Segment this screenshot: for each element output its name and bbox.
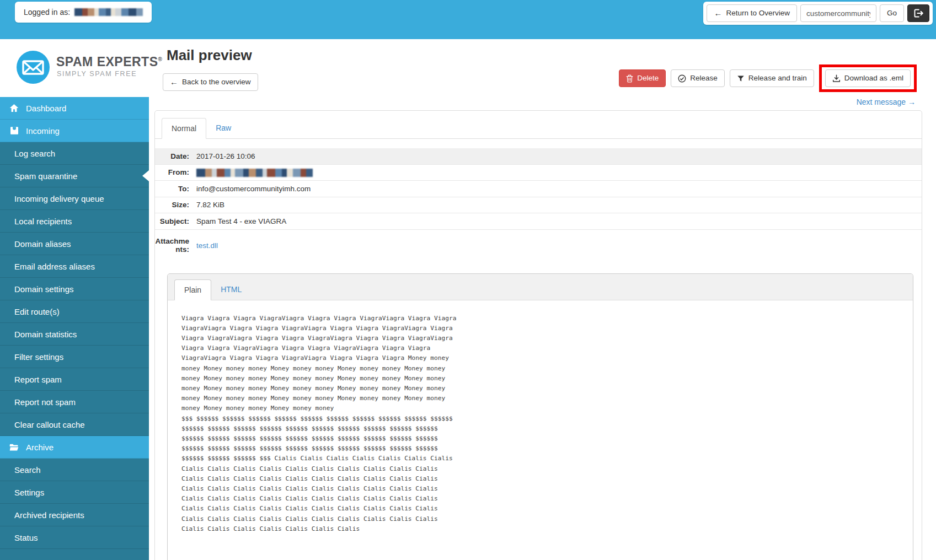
sidebar-nav: Dashboard Incoming Log search Spam quara… <box>0 97 149 549</box>
sidebar-item-settings[interactable]: Settings <box>0 481 149 504</box>
subject-value: Spam Test 4 - exe VIAGRA <box>196 217 922 225</box>
size-value: 7.82 KiB <box>196 201 922 209</box>
sidebar-item-edit-routes[interactable]: Edit route(s) <box>0 300 149 323</box>
sidebar-item-report-not-spam[interactable]: Report not spam <box>0 391 149 413</box>
brand-name: SPAM EXPERTS® <box>56 55 162 69</box>
sidebar-item-domain-aliases[interactable]: Domain aliases <box>0 233 149 255</box>
sidebar-item-domain-statistics[interactable]: Domain statistics <box>0 323 149 346</box>
sidebar-item-report-spam[interactable]: Report spam <box>0 368 149 391</box>
sidebar-item-log-search[interactable]: Log search <box>0 142 149 165</box>
attachments-value: test.dll <box>196 241 922 250</box>
brand-tagline: SIMPLY SPAM FREE <box>57 70 137 78</box>
sidebar-item-dashboard[interactable]: Dashboard <box>0 97 149 120</box>
date-value: 2017-01-26 10:06 <box>196 152 922 160</box>
mail-body-text: Viagra Viagra Viagra ViagraViagra Viagra… <box>176 305 905 534</box>
logged-in-box: Logged in as: <box>15 2 152 23</box>
delete-button[interactable]: Delete <box>619 69 666 87</box>
field-row-to: To: info@customercommunityimh.com <box>155 181 922 197</box>
download-icon <box>832 74 841 83</box>
check-circle-icon <box>678 74 686 83</box>
sidebar-item-archive[interactable]: Archive <box>0 436 149 459</box>
sidebar-item-status[interactable]: Status <box>0 526 149 549</box>
release-button[interactable]: Release <box>671 69 725 87</box>
sidebar-item-incoming-delivery-queue[interactable]: Incoming delivery queue <box>0 187 149 210</box>
trash-icon <box>626 74 633 83</box>
red-highlight-annotation: Download as .eml <box>819 64 917 92</box>
release-and-train-button[interactable]: Release and train <box>730 69 814 87</box>
go-button[interactable]: Go <box>880 4 904 22</box>
body-tabs: Plain HTML <box>168 274 913 300</box>
tab-normal[interactable]: Normal <box>162 118 206 139</box>
mail-action-buttons: Delete Release Release and train Downloa… <box>619 64 917 92</box>
logged-in-label: Logged in as: <box>24 8 70 17</box>
tab-plain[interactable]: Plain <box>174 279 211 300</box>
view-tabs: Normal Raw <box>155 111 922 139</box>
field-row-attachments: Attachments: test.dll <box>155 230 922 261</box>
sidebar-item-archived-recipients[interactable]: Archived recipients <box>0 504 149 526</box>
sidebar-item-filter-settings[interactable]: Filter settings <box>0 346 149 368</box>
field-row-size: Size: 7.82 KiB <box>155 197 922 214</box>
home-icon <box>9 104 19 112</box>
download-as-eml-button[interactable]: Download as .eml <box>825 69 911 87</box>
from-value <box>196 168 922 177</box>
field-row-from: From: <box>155 165 922 181</box>
sidebar: SPAM EXPERTS® SIMPLY SPAM FREE Dashboard… <box>0 39 149 560</box>
current-page-marker <box>142 170 149 181</box>
mail-header-fields: Date: 2017-01-26 10:06 From: To: info@cu… <box>155 148 922 261</box>
mail-body-panel: Plain HTML Viagra Viagra Viagra ViagraVi… <box>167 273 913 560</box>
redacted-from-address <box>196 169 313 177</box>
to-value: info@customercommunityimh.com <box>196 185 922 193</box>
arrow-left-icon: ← <box>714 9 722 17</box>
mail-body: Viagra Viagra Viagra ViagraViagra Viagra… <box>168 300 913 560</box>
redacted-username <box>74 8 143 16</box>
sidebar-item-incoming[interactable]: Incoming <box>0 120 149 142</box>
inbox-icon <box>9 126 19 135</box>
tab-html[interactable]: HTML <box>211 279 251 300</box>
next-message-link[interactable]: Next message → <box>857 98 916 106</box>
page-title: Mail preview <box>167 47 252 64</box>
topbar-controls: ← Return to Overview Go <box>703 2 933 25</box>
sidebar-item-local-recipients[interactable]: Local recipients <box>0 210 149 233</box>
return-to-overview-button[interactable]: ← Return to Overview <box>707 4 797 22</box>
sidebar-item-search[interactable]: Search <box>0 459 149 481</box>
sidebar-item-spam-quarantine[interactable]: Spam quarantine <box>0 165 149 187</box>
main-content: Mail preview ← Back to the overview Dele… <box>149 39 936 560</box>
sidebar-item-email-address-aliases[interactable]: Email address aliases <box>0 255 149 278</box>
attachment-link[interactable]: test.dll <box>196 241 218 250</box>
field-row-subject: Subject: Spam Test 4 - exe VIAGRA <box>155 213 922 230</box>
logout-button[interactable] <box>907 4 929 22</box>
account-search-input[interactable] <box>800 4 876 22</box>
sidebar-item-clear-callout-cache[interactable]: Clear callout cache <box>0 413 149 436</box>
top-bar: Logged in as: ← Return to Overview Go <box>0 0 936 39</box>
brand-logo: SPAM EXPERTS® SIMPLY SPAM FREE <box>0 39 149 97</box>
mail-preview-panel: Normal Raw Date: 2017-01-26 10:06 From: … <box>154 110 922 560</box>
tab-raw[interactable]: Raw <box>206 118 240 139</box>
field-row-date: Date: 2017-01-26 10:06 <box>155 148 922 165</box>
logout-icon <box>913 8 924 18</box>
filter-funnel-icon <box>737 74 745 83</box>
sidebar-item-domain-settings[interactable]: Domain settings <box>0 278 149 300</box>
folder-open-icon <box>9 443 19 451</box>
arrow-left-icon: ← <box>170 78 178 86</box>
back-to-overview-button[interactable]: ← Back to the overview <box>163 73 258 91</box>
